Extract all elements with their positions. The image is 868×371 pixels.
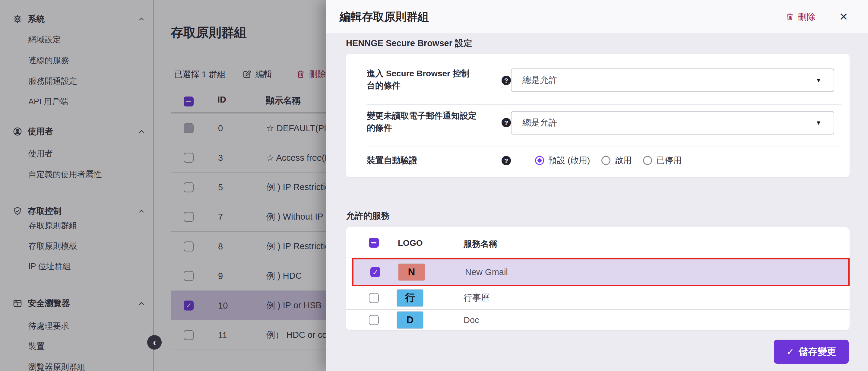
column-header-logo: LOGO: [398, 238, 423, 248]
radio-unselected: [601, 156, 611, 165]
allowed-services-card: LOGO 服務名稱 ✓ N New Gmail 行 行事曆 D Doc: [346, 227, 849, 330]
notification-condition-select[interactable]: 總是允許 ▼: [511, 111, 834, 134]
indeterminate-mark: [371, 242, 376, 243]
help-icon[interactable]: ?: [501, 118, 511, 127]
radio-option-default[interactable]: 預設 (啟用): [535, 155, 590, 166]
allowed-services-section-title: 允許的服務: [346, 210, 390, 222]
radio-option-enabled[interactable]: 啟用: [601, 155, 631, 166]
drawer-header: 編輯存取原則群組 刪除 ✕: [326, 0, 868, 34]
service-logo-tile: N: [398, 264, 425, 280]
sidebar-collapse-button[interactable]: ‹: [147, 335, 162, 349]
field-label: 進入 Secure Browser 控制 台的條件: [367, 68, 493, 92]
radio-unselected: [643, 156, 652, 165]
service-row-selected[interactable]: ✓ N New Gmail: [352, 258, 849, 286]
field-label: 變更未讀取電子郵件通知設定 的條件: [367, 110, 493, 134]
trash-icon: [785, 12, 795, 22]
edit-drawer: 編輯存取原則群組 刪除 ✕ HENNGE Secure Browser 設定 進…: [326, 0, 868, 371]
chevron-down-icon: ▼: [815, 77, 822, 84]
service-logo-tile: D: [397, 312, 423, 329]
check-icon: ✓: [786, 346, 794, 357]
service-row[interactable]: 行 行事曆: [346, 286, 849, 310]
field-label: 裝置自動驗證: [367, 154, 469, 166]
chevron-down-icon: ▼: [815, 119, 822, 126]
app-root: 系統 網域設定 連線的服務 服務開通設定 API 用戶端 使用者 使用者 自定義…: [0, 0, 868, 371]
check-icon: ✓: [372, 269, 378, 276]
drawer-delete-button[interactable]: 刪除: [785, 11, 815, 23]
service-row[interactable]: D Doc: [346, 310, 849, 330]
chevron-left-icon: ‹: [153, 337, 156, 347]
divider: [367, 147, 841, 147]
divider: [367, 104, 841, 105]
device-auto-verify-radio-group: 預設 (啟用) 啟用 已停用: [535, 154, 682, 166]
service-checkbox[interactable]: [369, 293, 379, 303]
hsb-settings-section-title: HENNGE Secure Browser 設定: [346, 37, 472, 50]
service-logo-tile: 行: [397, 289, 423, 306]
help-icon[interactable]: ?: [501, 156, 511, 165]
save-button[interactable]: ✓ 儲存變更: [774, 340, 849, 364]
hsb-settings-card: 進入 Secure Browser 控制 台的條件 ? 總是允許 ▼ 變更未讀取…: [346, 54, 849, 177]
services-header-row: LOGO 服務名稱: [346, 227, 849, 258]
close-button[interactable]: ✕: [839, 11, 848, 22]
radio-option-disabled[interactable]: 已停用: [643, 155, 682, 166]
services-select-all-checkbox[interactable]: [369, 238, 379, 248]
close-icon: ✕: [839, 10, 848, 23]
service-checkbox-checked[interactable]: ✓: [370, 267, 380, 277]
dim-overlay[interactable]: [0, 0, 326, 371]
help-icon[interactable]: ?: [501, 76, 511, 85]
column-header-service-name: 服務名稱: [464, 238, 497, 250]
drawer-title: 編輯存取原則群組: [340, 9, 429, 25]
console-condition-select[interactable]: 總是允許 ▼: [511, 68, 834, 92]
radio-selected: [535, 156, 544, 165]
service-checkbox[interactable]: [369, 315, 379, 325]
